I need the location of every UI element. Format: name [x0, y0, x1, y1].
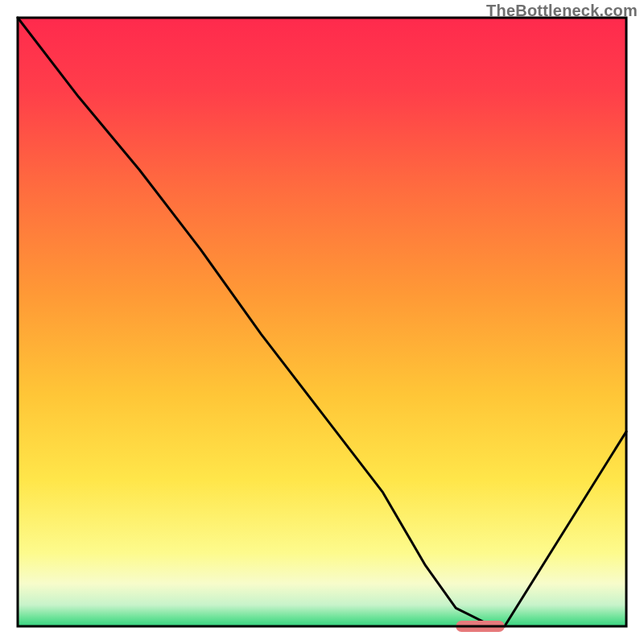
chart-stage: TheBottleneck.com — [0, 0, 644, 644]
bottleneck-chart — [0, 0, 644, 644]
watermark-text: TheBottleneck.com — [486, 2, 638, 20]
gradient-background — [18, 18, 626, 626]
